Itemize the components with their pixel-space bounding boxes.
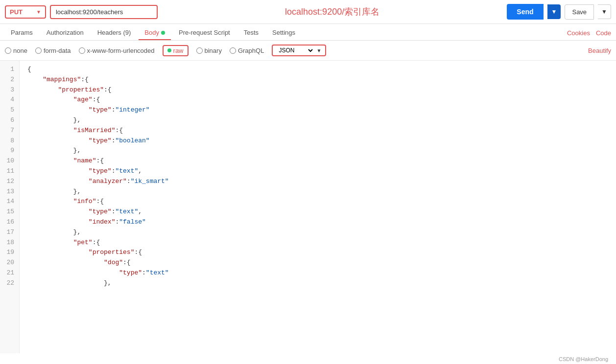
tab-settings[interactable]: Settings: [266, 26, 301, 40]
option-none[interactable]: none: [5, 47, 27, 54]
option-urlencoded[interactable]: x-www-form-urlencoded: [79, 47, 155, 54]
tab-params[interactable]: Params: [5, 26, 39, 40]
code-content[interactable]: { "mappings":{ "properties":{ "age":{ "t…: [20, 61, 616, 353]
tabs-row: Params Authorization Headers (9) Body Pr…: [0, 24, 616, 41]
save-button[interactable]: Save: [565, 4, 594, 20]
method-dropdown[interactable]: PUT GET POST DELETE: [10, 8, 34, 16]
beautify-button[interactable]: Beautify: [588, 47, 611, 54]
send-button[interactable]: Send: [507, 4, 543, 20]
method-selector[interactable]: PUT GET POST DELETE ▼: [5, 5, 46, 19]
line-numbers: 12345678910111213141516171819202122: [0, 61, 20, 353]
option-binary[interactable]: binary: [196, 47, 222, 54]
tab-authorization[interactable]: Authorization: [41, 26, 90, 40]
tab-tests[interactable]: Tests: [238, 26, 264, 40]
save-dropdown-button[interactable]: ▼: [598, 4, 611, 19]
cookies-link[interactable]: Cookies: [567, 29, 590, 37]
option-graphql[interactable]: GraphQL: [230, 47, 264, 54]
method-chevron-icon: ▼: [36, 9, 41, 15]
json-type-selector[interactable]: JSON Text JavaScript HTML XML ▼: [272, 45, 326, 56]
request-title: localhost:9200/索引库名: [162, 6, 503, 18]
json-chevron-icon: ▼: [316, 48, 321, 53]
tab-headers[interactable]: Headers (9): [92, 26, 137, 40]
top-bar: PUT GET POST DELETE ▼ localhost:9200/索引库…: [0, 0, 616, 24]
tab-prerequest[interactable]: Pre-request Script: [173, 26, 236, 40]
option-raw[interactable]: raw: [163, 45, 189, 56]
body-active-dot: [161, 31, 165, 35]
raw-active-dot: [167, 48, 171, 52]
tab-right-links: Cookies Code: [567, 29, 611, 37]
send-dropdown-button[interactable]: ▼: [547, 4, 561, 19]
tab-body[interactable]: Body: [139, 26, 171, 40]
code-link[interactable]: Code: [596, 29, 611, 37]
code-editor[interactable]: 12345678910111213141516171819202122 { "m…: [0, 61, 616, 353]
body-options-row: none form-data x-www-form-urlencoded raw…: [0, 41, 616, 61]
url-input[interactable]: [50, 5, 158, 19]
option-form-data[interactable]: form-data: [35, 47, 71, 54]
json-dropdown[interactable]: JSON Text JavaScript HTML XML: [277, 46, 314, 54]
